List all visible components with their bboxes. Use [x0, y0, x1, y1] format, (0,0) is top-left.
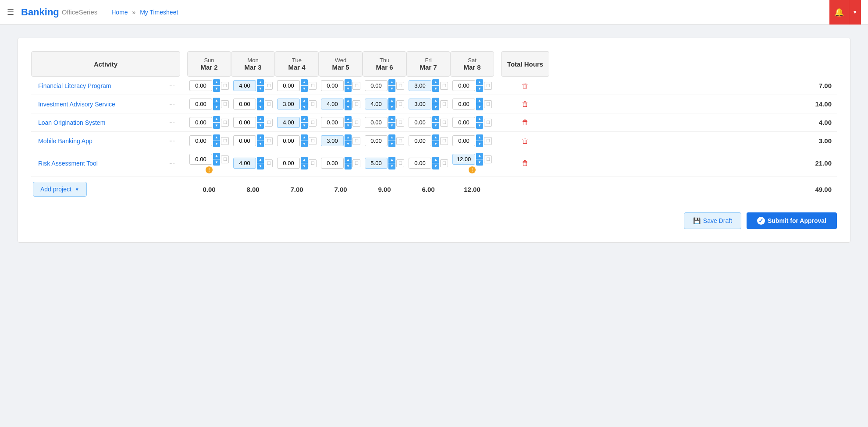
- spin-up-3-4[interactable]: ▲: [388, 134, 395, 141]
- spin-up-2-5[interactable]: ▲: [432, 116, 439, 122]
- spin-up-0-2[interactable]: ▲: [301, 79, 308, 85]
- spin-up-2-0[interactable]: ▲: [213, 116, 220, 122]
- comment-button-1-6[interactable]: ☐: [484, 100, 492, 108]
- spin-down-3-2[interactable]: ▼: [301, 141, 308, 147]
- time-input-0-6[interactable]: [452, 80, 475, 91]
- delete-button-1[interactable]: 🗑: [520, 100, 530, 108]
- save-draft-button[interactable]: 💾 Save Draft: [684, 212, 741, 229]
- spin-up-1-6[interactable]: ▲: [476, 98, 483, 104]
- spin-down-4-0[interactable]: ▼: [213, 159, 220, 166]
- spin-up-3-3[interactable]: ▲: [345, 134, 352, 141]
- spin-up-2-2[interactable]: ▲: [301, 116, 308, 122]
- time-input-0-1[interactable]: [233, 80, 256, 91]
- time-input-2-5[interactable]: [409, 117, 431, 128]
- spin-up-0-5[interactable]: ▲: [432, 79, 439, 85]
- comment-button-3-1[interactable]: ☐: [265, 137, 273, 145]
- spin-down-0-4[interactable]: ▼: [388, 86, 395, 92]
- comment-button-3-6[interactable]: ☐: [484, 137, 492, 145]
- spin-up-0-0[interactable]: ▲: [213, 79, 220, 85]
- menu-icon[interactable]: ☰: [7, 7, 14, 17]
- comment-button-0-4[interactable]: ☐: [396, 82, 404, 90]
- spin-down-2-3[interactable]: ▼: [345, 123, 352, 129]
- spin-down-1-0[interactable]: ▼: [213, 104, 220, 110]
- spin-up-3-2[interactable]: ▲: [301, 134, 308, 141]
- comment-button-3-0[interactable]: ☐: [221, 137, 229, 145]
- spin-up-0-6[interactable]: ▲: [476, 79, 483, 85]
- time-input-2-0[interactable]: [189, 117, 212, 128]
- comment-button-0-0[interactable]: ☐: [221, 82, 229, 90]
- activity-name-0[interactable]: Financial Literacy Program: [38, 82, 111, 89]
- spin-down-3-3[interactable]: ▼: [345, 141, 352, 147]
- time-input-1-4[interactable]: [365, 99, 388, 109]
- activity-name-1[interactable]: Investment Advisory Service: [38, 101, 115, 108]
- time-input-3-5[interactable]: [409, 135, 431, 146]
- comment-button-4-5[interactable]: ☐: [440, 159, 448, 167]
- comment-button-2-3[interactable]: ☐: [352, 119, 360, 127]
- spin-down-0-1[interactable]: ▼: [257, 86, 264, 92]
- spin-up-2-3[interactable]: ▲: [345, 116, 352, 122]
- time-input-4-0[interactable]: [189, 154, 212, 165]
- spin-up-4-4[interactable]: ▲: [388, 157, 395, 163]
- comment-button-2-2[interactable]: ☐: [309, 119, 317, 127]
- spin-up-3-5[interactable]: ▲: [432, 134, 439, 141]
- time-input-1-5[interactable]: [409, 99, 431, 109]
- activity-name-4[interactable]: Risk Assessment Tool: [38, 160, 98, 167]
- spin-up-1-1[interactable]: ▲: [257, 98, 264, 104]
- spin-up-4-6[interactable]: ▲: [476, 153, 483, 159]
- spin-down-3-4[interactable]: ▼: [388, 141, 395, 147]
- comment-button-4-1[interactable]: ☐: [265, 159, 273, 167]
- time-input-0-2[interactable]: [277, 80, 300, 91]
- spin-down-4-6[interactable]: ▼: [476, 159, 483, 166]
- spin-down-3-0[interactable]: ▼: [213, 141, 220, 147]
- spin-up-1-5[interactable]: ▲: [432, 98, 439, 104]
- time-input-4-5[interactable]: [409, 158, 431, 169]
- comment-button-1-3[interactable]: ☐: [352, 100, 360, 108]
- time-input-0-3[interactable]: [321, 80, 344, 91]
- spin-down-1-6[interactable]: ▼: [476, 104, 483, 110]
- time-input-0-0[interactable]: [189, 80, 212, 91]
- spin-down-4-1[interactable]: ▼: [257, 163, 264, 169]
- comment-button-1-4[interactable]: ☐: [396, 100, 404, 108]
- comment-button-3-2[interactable]: ☐: [309, 137, 317, 145]
- activity-name-2[interactable]: Loan Origination System: [38, 119, 105, 126]
- time-input-2-1[interactable]: [233, 117, 256, 128]
- spin-down-1-5[interactable]: ▼: [432, 104, 439, 110]
- comment-button-3-4[interactable]: ☐: [396, 137, 404, 145]
- time-input-1-6[interactable]: [452, 99, 475, 109]
- comment-button-0-3[interactable]: ☐: [352, 82, 360, 90]
- time-input-3-4[interactable]: [365, 135, 388, 146]
- activity-menu-button-2[interactable]: ···: [167, 119, 177, 127]
- spin-up-4-3[interactable]: ▲: [345, 157, 352, 163]
- spin-up-2-1[interactable]: ▲: [257, 116, 264, 122]
- time-input-4-2[interactable]: [277, 158, 300, 169]
- time-input-2-2[interactable]: [277, 117, 300, 128]
- delete-button-0[interactable]: 🗑: [520, 82, 530, 90]
- comment-button-0-1[interactable]: ☐: [265, 82, 273, 90]
- spin-down-4-5[interactable]: ▼: [432, 163, 439, 169]
- spin-up-3-0[interactable]: ▲: [213, 134, 220, 141]
- add-project-button[interactable]: Add project ▼: [33, 182, 87, 197]
- spin-down-1-4[interactable]: ▼: [388, 104, 395, 110]
- spin-up-0-4[interactable]: ▲: [388, 79, 395, 85]
- comment-button-4-0[interactable]: ☐: [221, 155, 229, 163]
- time-input-3-6[interactable]: [452, 135, 475, 146]
- breadcrumb-home[interactable]: Home: [111, 9, 128, 16]
- time-input-2-6[interactable]: [452, 117, 475, 128]
- time-input-3-3[interactable]: [321, 135, 344, 146]
- comment-button-4-4[interactable]: ☐: [396, 159, 404, 167]
- activity-menu-button-0[interactable]: ···: [167, 82, 177, 90]
- spin-up-0-3[interactable]: ▲: [345, 79, 352, 85]
- spin-up-3-6[interactable]: ▲: [476, 134, 483, 141]
- spin-down-2-0[interactable]: ▼: [213, 123, 220, 129]
- comment-button-3-5[interactable]: ☐: [440, 137, 448, 145]
- time-input-1-0[interactable]: [189, 99, 212, 109]
- spin-up-0-1[interactable]: ▲: [257, 79, 264, 85]
- comment-button-0-6[interactable]: ☐: [484, 82, 492, 90]
- comment-button-4-2[interactable]: ☐: [309, 159, 317, 167]
- activity-name-3[interactable]: Mobile Banking App: [38, 138, 92, 145]
- time-input-0-5[interactable]: [409, 80, 431, 91]
- submit-approval-button[interactable]: ✓ Submit for Approval: [747, 212, 837, 229]
- activity-menu-button-3[interactable]: ···: [167, 137, 177, 145]
- delete-button-4[interactable]: 🗑: [520, 159, 530, 167]
- activity-menu-button-1[interactable]: ···: [167, 100, 177, 108]
